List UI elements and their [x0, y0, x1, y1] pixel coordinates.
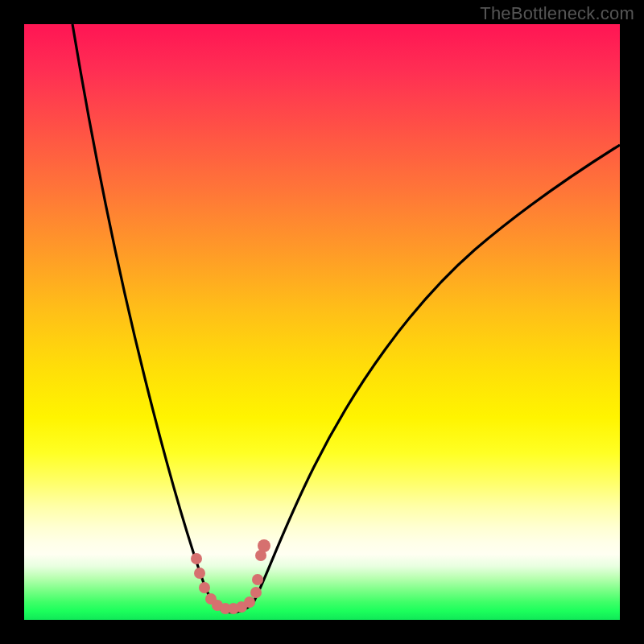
marker-dot: [194, 568, 205, 579]
curve-right-branch: [253, 145, 620, 604]
marker-dot: [244, 597, 255, 608]
watermark-text: TheBottleneck.com: [480, 3, 634, 24]
marker-dot: [250, 587, 262, 598]
marker-dot: [191, 553, 202, 564]
plot-area: [24, 24, 620, 620]
curve-left-branch: [72, 24, 225, 612]
chart-frame: TheBottleneck.com: [0, 0, 644, 644]
marker-dot: [258, 539, 270, 552]
valley-marker-group: [191, 539, 270, 614]
marker-dot: [252, 574, 263, 585]
curve-layer: [24, 24, 620, 620]
marker-dot: [199, 582, 210, 593]
